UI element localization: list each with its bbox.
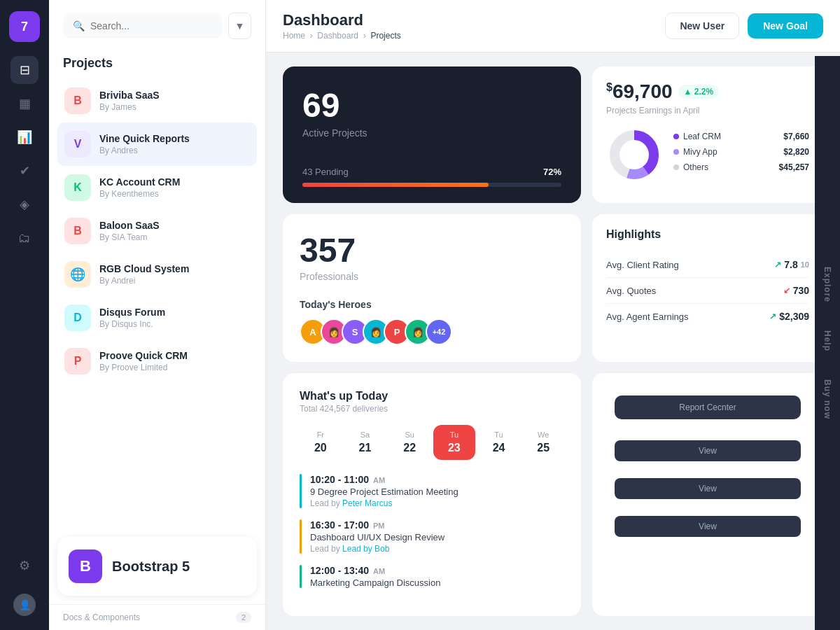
view-button-2[interactable]: View: [615, 478, 801, 499]
project-info-briviba: Briviba SaaS By James: [99, 90, 250, 112]
user-avatar[interactable]: 7: [9, 11, 40, 42]
project-item[interactable]: D Disqus Forum By Disqus Inc.: [57, 296, 257, 340]
event-bar: [300, 565, 302, 588]
view-button-3[interactable]: View: [615, 516, 801, 537]
project-item[interactable]: B Briviba SaaS By James: [57, 79, 257, 122]
progress-bar-fill: [302, 183, 489, 187]
heroes-title: Today's Heroes: [300, 299, 564, 310]
buy-now-tab[interactable]: Buy now: [817, 365, 838, 433]
project-item[interactable]: 🌐 RGB Cloud System By Andrei: [57, 253, 257, 296]
event-title: Dashboard UI/UX Design Review: [310, 532, 444, 542]
calendar-day[interactable]: Fr 20: [300, 425, 342, 460]
filter-button[interactable]: ▼: [228, 13, 251, 39]
legend-dot-mivy: [673, 149, 679, 155]
project-info-proove: Proove Quick CRM By Proove Limited: [99, 350, 250, 372]
project-item[interactable]: B Baloon SaaS By SIA Team: [57, 209, 257, 253]
project-logo-baloon: B: [64, 218, 91, 244]
help-tab[interactable]: Help: [817, 316, 838, 365]
project-item[interactable]: P Proove Quick CRM By Proove Limited: [57, 340, 257, 383]
calendar-subtitle: Total 424,567 deliveries: [300, 404, 564, 414]
pending-label: 43 Pending: [302, 167, 349, 177]
project-logo-vine: V: [64, 131, 91, 158]
trend-up-icon: ↗: [769, 312, 776, 321]
pending-pct: 72%: [543, 167, 561, 177]
project-info-rgb: RGB Cloud System By Andrei: [99, 263, 250, 286]
dashboard-grid: 69 Active Projects 43 Pending 72% $69,70…: [266, 52, 840, 630]
project-item[interactable]: V Vine Quick Reports By Andres: [57, 122, 257, 166]
event-lead-link[interactable]: Lead by Bob: [342, 544, 389, 554]
earnings-card: $69,700 ▲ 2.2% Projects Earnings in Apri…: [592, 66, 823, 203]
highlight-row: Avg. Client Rating ↗ 7.8 10: [606, 252, 809, 278]
explore-tab[interactable]: Explore: [817, 253, 838, 316]
legend-dot-others: [673, 164, 679, 170]
active-projects-label: Active Projects: [302, 127, 561, 139]
calendar-days-row: Fr 20 Sa 21 Su 22 Tu 23 Tu 24: [300, 425, 564, 460]
nav-icon-check[interactable]: ✔: [10, 157, 38, 185]
professionals-count: 357: [300, 231, 564, 270]
search-icon: 🔍: [73, 20, 85, 31]
project-logo-briviba: B: [64, 88, 91, 114]
event-item: 12:00 - 13:40 AM Marketing Campaign Disc…: [300, 565, 564, 588]
page-title: Dashboard: [283, 11, 401, 29]
bootstrap-icon: B: [69, 550, 102, 583]
search-box[interactable]: 🔍: [63, 13, 223, 38]
professionals-card: 357 Professionals Today's Heroes A 👩 S 👩…: [283, 214, 581, 362]
event-title: 9 Degree Project Estimation Meeting: [310, 486, 458, 497]
docs-components-row[interactable]: Docs & Components 2: [49, 604, 265, 630]
nav-icon-chart[interactable]: 📊: [10, 123, 38, 151]
project-logo-kc: K: [64, 174, 91, 201]
project-list: B Briviba SaaS By James V Vine Quick Rep…: [49, 79, 265, 528]
calendar-day[interactable]: Su 22: [388, 425, 430, 460]
active-projects-count: 69: [302, 86, 561, 125]
calendar-card: What's up Today Total 424,567 deliveries…: [283, 373, 581, 616]
event-time: 10:20 - 11:00 AM: [310, 474, 458, 485]
event-title: Marketing Campaign Discussion: [310, 578, 440, 588]
project-info-disqus: Disqus Forum By Disqus Inc.: [99, 307, 250, 329]
nav-icon-grid[interactable]: ▦: [10, 90, 38, 118]
event-bar: [300, 519, 302, 554]
nav-icon-layers[interactable]: ◈: [10, 190, 38, 218]
project-item[interactable]: K KC Account CRM By Keenthemes: [57, 166, 257, 209]
right-bottom-card: Report Cecnter View View View: [592, 373, 823, 616]
new-user-button[interactable]: New User: [665, 13, 739, 39]
project-info-kc: KC Account CRM By Keenthemes: [99, 176, 250, 199]
event-time: 12:00 - 13:40 AM: [310, 565, 440, 576]
project-info-vine: Vine Quick Reports By Andres: [99, 133, 250, 155]
highlights-card: Highlights Avg. Client Rating ↗ 7.8 10 A…: [592, 214, 823, 362]
event-lead-link[interactable]: Peter Marcus: [342, 498, 392, 508]
view-button-1[interactable]: View: [615, 440, 801, 461]
breadcrumb: Home › Dashboard › Projects: [283, 31, 401, 41]
project-logo-proove: P: [64, 348, 91, 374]
nav-icon-dashboard[interactable]: ⊟: [10, 56, 38, 84]
highlights-title: Highlights: [606, 228, 809, 241]
calendar-day[interactable]: Tu 24: [478, 425, 520, 460]
earnings-badge: ▲ 2.2%: [678, 85, 720, 99]
event-lead: Lead by Peter Marcus: [310, 498, 458, 508]
heroes-avatars: A 👩 S 👩 P 👩 +42: [300, 318, 564, 345]
legend-dot-leaf: [673, 134, 679, 139]
report-center-button[interactable]: Report Cecnter: [615, 396, 801, 419]
project-info-baloon: Baloon SaaS By SIA Team: [99, 220, 250, 242]
nav-icon-settings[interactable]: ⚙: [10, 552, 38, 580]
earnings-subtitle: Projects Earnings in April: [606, 106, 809, 115]
calendar-day[interactable]: We 25: [522, 425, 564, 460]
active-projects-card: 69 Active Projects 43 Pending 72%: [283, 66, 581, 203]
event-item: 16:30 - 17:00 PM Dashboard UI/UX Design …: [300, 519, 564, 554]
calendar-day-today[interactable]: Tu 23: [433, 425, 475, 460]
donut-chart: [606, 127, 662, 183]
nav-icon-briefcase[interactable]: 🗂: [10, 224, 38, 252]
search-input[interactable]: [90, 20, 213, 31]
event-time: 16:30 - 17:00 PM: [310, 519, 444, 531]
main-wrapper: Dashboard Home › Dashboard › Projects Ne…: [266, 0, 840, 630]
topbar: Dashboard Home › Dashboard › Projects Ne…: [266, 0, 840, 52]
sidebar: 🔍 ▼ Projects B Briviba SaaS By James V V…: [49, 0, 266, 630]
highlight-row: Avg. Quotes ↙ 730: [606, 278, 809, 304]
event-bar: [300, 474, 302, 508]
new-goal-button[interactable]: New Goal: [748, 13, 823, 38]
hero-more-count: +42: [426, 318, 452, 345]
calendar-day[interactable]: Sa 21: [344, 425, 386, 460]
bootstrap-card[interactable]: B Bootstrap 5: [57, 537, 257, 596]
nav-icon-user-bottom[interactable]: 👤: [10, 591, 38, 619]
left-navigation: 7 ⊟ ▦ 📊 ✔ ◈ 🗂 ⚙ 👤: [0, 0, 49, 630]
progress-bar-bg: [302, 183, 561, 187]
